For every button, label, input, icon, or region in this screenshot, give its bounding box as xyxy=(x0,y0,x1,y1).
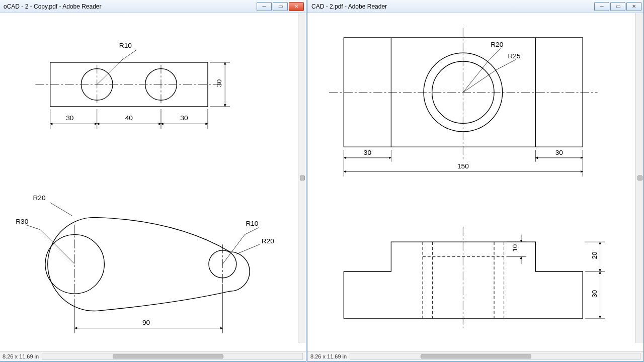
title-text-right: CAD - 2.pdf - Adobe Reader xyxy=(311,3,590,10)
pdf-window-left: oCAD - 2 - Copy.pdf - Adobe Reader ─ ▭ ✕ xyxy=(0,0,306,361)
maximize-button[interactable]: ▭ xyxy=(273,2,288,11)
titlebar-right[interactable]: CAD - 2.pdf - Adobe Reader ─ ▭ ✕ xyxy=(307,0,643,13)
minimize-button[interactable]: ─ xyxy=(257,2,272,11)
drawing-canvas-right[interactable]: R20 R25 30 30 xyxy=(307,13,635,343)
svg-text:30: 30 xyxy=(591,290,598,298)
svg-text:90: 90 xyxy=(142,319,150,326)
svg-text:40: 40 xyxy=(125,114,133,122)
svg-line-48 xyxy=(463,60,489,93)
svg-text:30: 30 xyxy=(66,114,74,122)
minimize-button[interactable]: ─ xyxy=(594,2,609,11)
svg-text:R10: R10 xyxy=(246,220,258,227)
svg-text:30: 30 xyxy=(555,149,564,156)
svg-line-30 xyxy=(26,225,40,230)
svg-text:R20: R20 xyxy=(262,237,274,245)
pdf-window-right: CAD - 2.pdf - Adobe Reader ─ ▭ ✕ xyxy=(307,0,644,361)
svg-text:R25: R25 xyxy=(508,52,520,60)
svg-text:30: 30 xyxy=(180,114,188,122)
vertical-scrollbar[interactable] xyxy=(298,13,306,343)
svg-line-49 xyxy=(489,48,501,60)
svg-line-6 xyxy=(97,60,122,84)
svg-line-27 xyxy=(50,203,72,216)
close-button[interactable]: ✕ xyxy=(289,2,304,11)
svg-text:R30: R30 xyxy=(16,218,28,225)
svg-line-35 xyxy=(236,244,260,254)
page-size-label: 8.26 x 11.69 in xyxy=(310,353,347,359)
vertical-scrollbar[interactable] xyxy=(635,13,643,343)
page-size-label: 8.26 x 11.69 in xyxy=(3,353,39,359)
svg-text:30: 30 xyxy=(364,149,372,156)
svg-line-7 xyxy=(122,50,136,60)
svg-text:20: 20 xyxy=(591,251,598,259)
horizontal-scrollbar[interactable] xyxy=(42,353,303,360)
title-text-left: oCAD - 2 - Copy.pdf - Adobe Reader xyxy=(4,3,253,10)
svg-text:R10: R10 xyxy=(119,42,132,49)
svg-line-33 xyxy=(245,228,258,235)
maximize-button[interactable]: ▭ xyxy=(610,2,625,11)
svg-text:30: 30 xyxy=(215,79,223,87)
titlebar-left[interactable]: oCAD - 2 - Copy.pdf - Adobe Reader ─ ▭ ✕ xyxy=(0,0,306,13)
drawing-canvas-left[interactable]: R10 30 30 xyxy=(0,13,298,343)
svg-text:R20: R20 xyxy=(491,41,503,48)
horizontal-scrollbar[interactable] xyxy=(350,353,640,360)
svg-text:10: 10 xyxy=(511,244,519,252)
close-button[interactable]: ✕ xyxy=(626,2,641,11)
svg-line-51 xyxy=(463,70,497,93)
svg-text:R20: R20 xyxy=(33,194,45,202)
svg-line-52 xyxy=(497,59,516,70)
svg-text:150: 150 xyxy=(457,162,469,170)
